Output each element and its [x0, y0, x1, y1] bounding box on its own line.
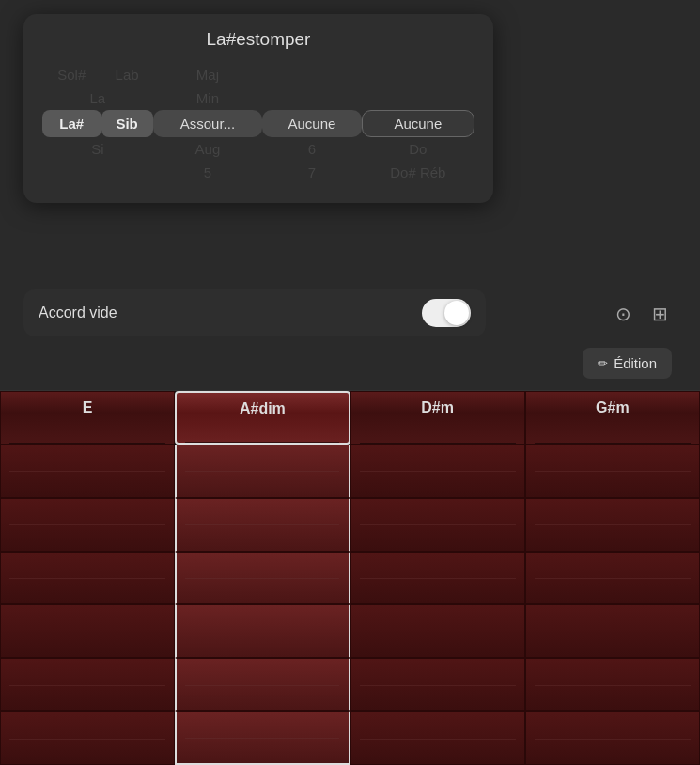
- fret-dsm-3[interactable]: [350, 498, 525, 552]
- fret-adim-2[interactable]: [175, 445, 350, 498]
- ext-5[interactable]: 5: [153, 161, 263, 184]
- chord-popup-title: La#estomper: [42, 29, 474, 50]
- bass-do-sharp-reb[interactable]: Do# Réb: [362, 161, 474, 184]
- note-si[interactable]: Si: [42, 137, 153, 161]
- fret-dsm-6[interactable]: [350, 658, 525, 711]
- fret-gsm-2[interactable]: [525, 445, 700, 498]
- chord-btn-gsm[interactable]: G#m: [525, 391, 700, 445]
- note-empty2: [101, 161, 153, 184]
- accord-vide-toggle[interactable]: [422, 299, 471, 327]
- chord-btn-e[interactable]: E: [0, 391, 175, 445]
- fret-e-5[interactable]: [0, 604, 175, 658]
- quality-maj[interactable]: Maj: [153, 63, 263, 86]
- fret-e-6[interactable]: [0, 658, 175, 711]
- chord-row-1: Sol# Lab Maj: [42, 63, 474, 86]
- fret-dsm-7[interactable]: [350, 711, 525, 765]
- accord-vide-row: Accord vide: [23, 289, 486, 336]
- edition-button[interactable]: ✏ Édition: [583, 348, 672, 379]
- fret-e-4[interactable]: [0, 552, 175, 605]
- fret-adim-5[interactable]: [175, 604, 350, 658]
- fret-e-3[interactable]: [0, 498, 175, 552]
- brightness-icon: ⊙: [615, 304, 631, 324]
- chord-label-dsm: D#m: [421, 399, 454, 416]
- fret-gsm-7[interactable]: [525, 711, 700, 765]
- chord-buttons-area: E A#dim D#m G#m: [0, 390, 700, 765]
- pencil-icon: ✏: [598, 356, 608, 370]
- edition-label: Édition: [614, 355, 657, 371]
- toggle-knob: [444, 301, 469, 325]
- ext-empty-1: [262, 63, 361, 86]
- chord-label-adim: A#dim: [240, 400, 286, 417]
- ext-empty-2: [262, 86, 361, 110]
- quality-aucune[interactable]: Aucune: [262, 110, 361, 137]
- right-controls: ⊙ ⊞: [612, 299, 672, 329]
- ext-7[interactable]: 7: [262, 161, 361, 184]
- fret-e-2[interactable]: [0, 445, 175, 498]
- chord-btn-adim[interactable]: A#dim: [175, 391, 350, 445]
- fret-adim-6[interactable]: [175, 658, 350, 711]
- bass-empty-1: [362, 63, 474, 86]
- chord-popup: La#estomper Sol# Lab Maj La Min La# Sib: [23, 14, 493, 203]
- chord-btn-dsm[interactable]: D#m: [350, 391, 525, 445]
- fret-dsm-2[interactable]: [350, 445, 525, 498]
- note-sib[interactable]: Sib: [101, 110, 153, 137]
- fret-adim-4[interactable]: [175, 552, 350, 605]
- chord-row-5: 5 7 Do# Réb: [42, 161, 474, 184]
- chord-label-gsm: G#m: [596, 399, 630, 416]
- bass-do[interactable]: Do: [362, 137, 474, 161]
- note-la[interactable]: La: [42, 86, 153, 110]
- chord-row-4: Si Aug 6 Do: [42, 137, 474, 161]
- quality-aug[interactable]: Aug: [153, 137, 263, 161]
- note-lab[interactable]: Lab: [101, 63, 153, 86]
- chord-row-2: La Min: [42, 86, 474, 110]
- brightness-icon-btn[interactable]: ⊙: [612, 299, 635, 329]
- fret-dsm-4[interactable]: [350, 552, 525, 605]
- quality-min[interactable]: Min: [153, 86, 263, 110]
- chord-selector-table: Sol# Lab Maj La Min La# Sib Assour... Au…: [42, 63, 474, 184]
- note-sol-sharp[interactable]: Sol#: [42, 63, 101, 86]
- bass-aucune-btn[interactable]: Aucune: [362, 110, 474, 137]
- fret-e-7[interactable]: [0, 711, 175, 765]
- fret-gsm-6[interactable]: [525, 658, 700, 711]
- ext-6[interactable]: 6: [262, 137, 361, 161]
- quality-assour[interactable]: Assour...: [153, 110, 263, 137]
- chord-row-3: La# Sib Assour... Aucune Aucune: [42, 110, 474, 137]
- note-empty: [42, 161, 101, 184]
- fret-dsm-5[interactable]: [350, 604, 525, 658]
- sliders-icon-btn[interactable]: ⊞: [648, 299, 672, 329]
- fret-adim-3[interactable]: [175, 498, 350, 552]
- fret-adim-7[interactable]: [175, 711, 350, 765]
- bass-empty-2: [362, 86, 474, 110]
- chord-label-e: E: [83, 399, 93, 416]
- fret-gsm-4[interactable]: [525, 552, 700, 605]
- note-la-sharp[interactable]: La#: [42, 110, 101, 137]
- accord-vide-label: Accord vide: [39, 304, 117, 321]
- sliders-icon: ⊞: [652, 304, 668, 324]
- fret-gsm-5[interactable]: [525, 604, 700, 658]
- fret-gsm-3[interactable]: [525, 498, 700, 552]
